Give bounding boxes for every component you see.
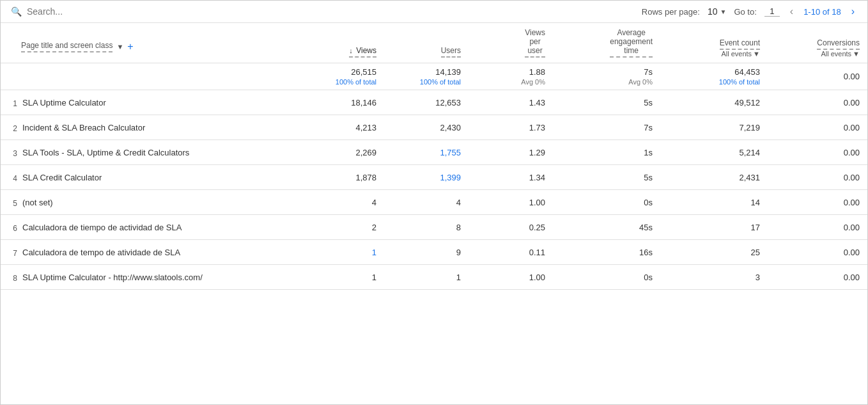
row-number: 4 <box>6 173 17 183</box>
row-avg-engagement: 45s <box>553 215 660 240</box>
row-views: 1 <box>292 265 384 290</box>
rows-count-value: 10 <box>708 6 718 17</box>
vpu-header-label: Viewsperuser <box>525 28 545 58</box>
row-event-count: 5,214 <box>660 140 768 165</box>
row-vpu: 1.00 <box>469 265 553 290</box>
conversions-column-header[interactable]: Conversions All events ▼ <box>768 23 867 63</box>
row-users: 2,430 <box>384 115 469 140</box>
row-event-count: 49,512 <box>660 90 768 115</box>
summary-event-count: 64,453 100% of total <box>660 63 768 90</box>
table-row: 6 Calculadora de tiempo de actividad de … <box>1 215 867 240</box>
row-conversions: 0.00 <box>768 90 867 115</box>
row-users: 9 <box>384 240 469 265</box>
users-column-header[interactable]: Users <box>384 23 469 63</box>
row-event-count: 25 <box>660 240 768 265</box>
event-count-sub-dropdown[interactable]: All events ▼ <box>721 50 760 58</box>
event-count-column-header[interactable]: Event count All events ▼ <box>660 23 768 63</box>
users-header-label: Users <box>441 46 461 58</box>
sort-arrow-icon: ↓ <box>349 47 353 54</box>
row-number: 1 <box>6 98 17 108</box>
add-dimension-button[interactable]: + <box>127 42 133 52</box>
row-event-count: 7,219 <box>660 115 768 140</box>
row-users: 4 <box>384 190 469 215</box>
search-icon: 🔍 <box>11 6 22 17</box>
row-avg-engagement: 5s <box>553 165 660 190</box>
search-input[interactable] <box>27 6 155 17</box>
row-avg-engagement: 7s <box>553 115 660 140</box>
dimension-dropdown-button[interactable]: ▼ <box>116 43 123 51</box>
data-table: Page title and screen class ▼ + ↓ Views <box>1 23 867 290</box>
vpu-column-header[interactable]: Viewsperuser <box>469 23 553 63</box>
prev-page-button[interactable]: ‹ <box>787 6 796 17</box>
row-page-name: SLA Uptime Calculator - http://www.slato… <box>22 273 203 282</box>
row-vpu: 1.73 <box>469 115 553 140</box>
row-dimension-cell: 3 SLA Tools - SLA, Uptime & Credit Calcu… <box>1 140 292 165</box>
row-number: 3 <box>6 148 17 158</box>
row-users: 1,399 <box>384 165 469 190</box>
row-avg-engagement: 1s <box>553 140 660 165</box>
dimension-header-label: Page title and screen class <box>21 41 112 52</box>
row-page-name: (not set) <box>22 198 53 207</box>
row-dimension-cell: 4 SLA Credit Calculator <box>1 165 292 190</box>
table-row: 8 SLA Uptime Calculator - http://www.sla… <box>1 265 867 290</box>
rows-per-page-select[interactable]: 10 ▼ <box>708 6 726 17</box>
row-avg-engagement: 16s <box>553 240 660 265</box>
row-number: 8 <box>6 273 17 283</box>
summary-views: 26,515 100% of total <box>292 63 384 90</box>
summary-avg-engagement: 7s Avg 0% <box>553 63 660 90</box>
table-row: 3 SLA Tools - SLA, Uptime & Credit Calcu… <box>1 140 867 165</box>
views-header-label: Views <box>356 46 376 55</box>
row-views: 1,878 <box>292 165 384 190</box>
row-page-name: SLA Tools - SLA, Uptime & Credit Calcula… <box>22 148 189 157</box>
conversions-sub-label: All events <box>821 50 851 58</box>
goto-label: Go to: <box>734 7 756 17</box>
rows-per-page-dropdown-icon: ▼ <box>720 8 726 15</box>
row-dimension-cell: 7 Calculadora de tempo de atividade de S… <box>1 240 292 265</box>
row-views: 2,269 <box>292 140 384 165</box>
event-count-header-label: Event count <box>720 38 760 50</box>
event-count-sub-label: All events <box>721 50 752 58</box>
data-table-wrapper: Page title and screen class ▼ + ↓ Views <box>1 23 867 290</box>
row-conversions: 0.00 <box>768 190 867 215</box>
conversions-sub-dropdown[interactable]: All events ▼ <box>821 50 860 58</box>
row-event-count: 17 <box>660 215 768 240</box>
row-number: 6 <box>6 223 17 233</box>
row-page-name: SLA Credit Calculator <box>22 173 102 182</box>
row-users: 1 <box>384 265 469 290</box>
row-views: 4,213 <box>292 115 384 140</box>
row-conversions: 0.00 <box>768 240 867 265</box>
next-page-button[interactable]: › <box>849 6 857 17</box>
views-column-header[interactable]: ↓ Views <box>292 23 384 63</box>
row-views: 18,146 <box>292 90 384 115</box>
row-number: 7 <box>6 248 17 258</box>
row-avg-engagement: 0s <box>553 190 660 215</box>
row-vpu: 1.00 <box>469 190 553 215</box>
conversions-header-label: Conversions <box>817 38 860 50</box>
row-conversions: 0.00 <box>768 115 867 140</box>
row-views: 1 <box>292 240 384 265</box>
row-page-name: Incident & SLA Breach Calculator <box>22 123 145 132</box>
pagination-controls: Rows per page: 10 ▼ Go to: ‹ 1-10 of 18 … <box>642 6 857 17</box>
row-event-count: 2,431 <box>660 165 768 190</box>
event-count-dropdown-icon: ▼ <box>753 50 760 58</box>
goto-input[interactable] <box>764 6 780 17</box>
row-event-count: 14 <box>660 190 768 215</box>
row-number: 2 <box>6 123 17 133</box>
row-users: 1,755 <box>384 140 469 165</box>
row-views: 4 <box>292 190 384 215</box>
row-views: 2 <box>292 215 384 240</box>
summary-row: 26,515 100% of total 14,139 100% of tota… <box>1 63 867 90</box>
row-avg-engagement: 5s <box>553 90 660 115</box>
row-vpu: 1.43 <box>469 90 553 115</box>
row-page-name: Calculadora de tempo de atividade de SLA <box>22 248 180 257</box>
row-event-count: 3 <box>660 265 768 290</box>
rows-per-page-label: Rows per page: <box>642 7 700 17</box>
table-row: 4 SLA Credit Calculator 1,878 1,399 1.34… <box>1 165 867 190</box>
row-dimension-cell: 8 SLA Uptime Calculator - http://www.sla… <box>1 265 292 290</box>
row-dimension-cell: 1 SLA Uptime Calculator <box>1 90 292 115</box>
avg-engagement-column-header[interactable]: Averageengagementtime <box>553 23 660 63</box>
summary-conversions: 0.00 <box>768 63 867 90</box>
table-row: 7 Calculadora de tempo de atividade de S… <box>1 240 867 265</box>
row-users: 12,653 <box>384 90 469 115</box>
row-avg-engagement: 0s <box>553 265 660 290</box>
